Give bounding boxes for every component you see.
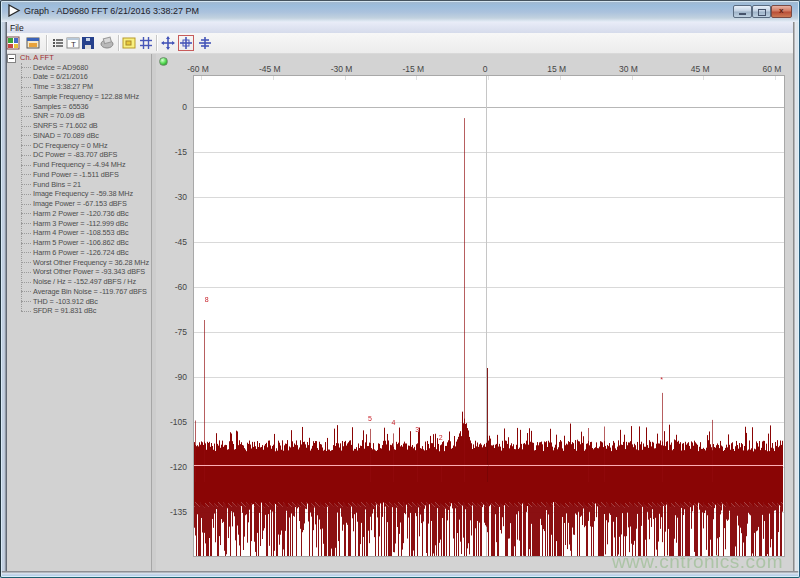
maximize-icon [758, 9, 766, 16]
window-frame-left [0, 22, 7, 571]
pan-zoom-icon[interactable] [179, 36, 193, 50]
tree-item[interactable]: DC Power = -83.707 dBFS [33, 150, 117, 159]
axes-icon[interactable] [198, 36, 212, 50]
y-tick-label: -105 [163, 417, 187, 427]
tree-connector [21, 262, 31, 263]
tree-connector [21, 194, 31, 195]
tree-item[interactable]: Samples = 65536 [33, 102, 89, 111]
status-led-icon [159, 57, 168, 66]
tree-item[interactable]: SNRFS = 71.602 dB [33, 121, 98, 130]
palette-icon[interactable] [122, 36, 136, 50]
tree-item[interactable]: SNR = 70.09 dB [33, 111, 85, 120]
minimize-icon [739, 13, 746, 15]
x-tick-label: -30 M [331, 64, 353, 74]
pan-icon[interactable] [161, 36, 175, 50]
tree-connector [21, 106, 31, 107]
tree-item[interactable]: Fund Frequency = -4.94 MHz [33, 160, 126, 169]
new-graph-icon[interactable] [6, 36, 20, 50]
tree-item[interactable]: Worst Other Frequency = 36.28 MHz [33, 258, 149, 267]
tree-root-expander[interactable] [7, 54, 16, 63]
tree-item[interactable]: Harm 5 Power = -106.862 dBc [33, 238, 129, 247]
text-window-icon[interactable]: T [66, 36, 80, 50]
marker-3: 3 [415, 425, 419, 432]
tree-item[interactable]: Image Power = -67.153 dBFS [33, 199, 127, 208]
minimize-button[interactable] [733, 5, 752, 18]
tree-item[interactable]: THD = -103.912 dBc [33, 297, 98, 306]
x-tick-label: -60 M [187, 64, 209, 74]
main-area: Ch. A FFTDevice = AD9680Date = 6/21/2016… [7, 54, 793, 571]
marker-4: 4 [392, 419, 396, 426]
y-tick-label: -45 [163, 237, 187, 247]
toolbar-separator [118, 35, 120, 51]
tree-connector [21, 233, 31, 234]
tree-root-label[interactable]: Ch. A FFT [20, 53, 54, 62]
tree-item[interactable]: Fund Power = -1.511 dBFS [33, 170, 119, 179]
tree-connector [21, 87, 31, 88]
tree-item[interactable]: Sample Frequency = 122.88 MHz [33, 92, 139, 101]
x-tick-label: 60 M [763, 64, 782, 74]
y-tick-label: -30 [163, 192, 187, 202]
tree-item[interactable]: Noise / Hz = -152.497 dBFS / Hz [33, 277, 136, 286]
maximize-button[interactable] [752, 5, 771, 18]
tree-connector [21, 213, 31, 214]
toolbar-separator [46, 35, 48, 51]
marker-5: 5 [368, 415, 372, 422]
tree-item[interactable]: Image Frequency = -59.38 MHz [33, 189, 133, 198]
title-bar: Graph - AD9680 FFT 6/21/2016 3:38:27 PM … [0, 0, 800, 23]
y-tick-label: 0 [163, 102, 187, 112]
tree-item[interactable]: DC Frequency = 0 MHz [33, 141, 107, 150]
tree-item[interactable]: Worst Other Power = -93.343 dBFS [33, 267, 145, 276]
list-icon[interactable] [51, 36, 65, 50]
x-tick-label: 15 M [547, 64, 566, 74]
y-tick-label: -15 [163, 147, 187, 157]
tree-item[interactable]: Fund Bins = 21 [33, 180, 81, 189]
y-tick-label: -75 [163, 327, 187, 337]
tree-connector [21, 311, 31, 312]
y-tick-label: -60 [163, 282, 187, 292]
tree-item[interactable]: Average Bin Noise = -119.767 dBFS [33, 287, 147, 296]
tree-item[interactable]: Time = 3:38:27 PM [33, 82, 93, 91]
tree-connector [21, 223, 31, 224]
y-tick-label: -120 [163, 462, 187, 472]
marker-2: 2 [439, 434, 443, 441]
tree-connector [21, 174, 31, 175]
tree-connector [21, 301, 31, 302]
print-icon[interactable] [100, 36, 114, 50]
tree-connector [21, 165, 31, 166]
tree-item[interactable]: Harm 4 Power = -108.553 dBc [33, 228, 129, 237]
chart-region: -60 M-45 M-30 M-15 M015 M30 M45 M60 M 0-… [156, 54, 793, 571]
close-button[interactable]: x [771, 5, 792, 18]
close-icon: x [779, 6, 783, 15]
tree-connector [21, 204, 31, 205]
toolbar-separator [156, 35, 158, 51]
tree-item[interactable]: Harm 2 Power = -120.736 dBc [33, 209, 129, 218]
tree-panel: Ch. A FFTDevice = AD9680Date = 6/21/2016… [7, 54, 152, 571]
tree-item[interactable]: Date = 6/21/2016 [33, 72, 88, 81]
tree-connector [21, 77, 31, 78]
tree-item[interactable]: Harm 6 Power = -126.724 dBc [33, 248, 129, 257]
y-tick-label: -135 [163, 507, 187, 517]
tree-connector [21, 135, 31, 136]
tree-item[interactable]: Harm 3 Power = -112.999 dBc [33, 219, 128, 228]
tree-connector [21, 252, 31, 253]
graph-window: Graph - AD9680 FFT 6/21/2016 3:38:27 PM … [0, 0, 800, 578]
tree-connector [21, 282, 31, 283]
menu-file[interactable]: File [10, 23, 24, 33]
y-tick-label: -90 [163, 372, 187, 382]
tree-connector [21, 243, 31, 244]
watermark: www.cntronics.com [612, 551, 783, 573]
tree-connector [21, 67, 31, 68]
tree-item[interactable]: Device = AD9680 [33, 63, 88, 72]
window-icon[interactable] [26, 36, 40, 50]
x-tick-label: 30 M [619, 64, 638, 74]
x-tick-label: -45 M [259, 64, 281, 74]
tree-item[interactable]: SINAD = 70.089 dBc [33, 131, 99, 140]
tree-connector [21, 96, 31, 97]
tree-item[interactable]: SFDR = 91.831 dBc [33, 306, 96, 315]
grid-icon[interactable] [139, 36, 153, 50]
tree-connector [21, 291, 31, 292]
marker-*: * [660, 376, 663, 383]
save-icon[interactable] [81, 36, 95, 50]
svg-text:T: T [71, 40, 76, 49]
window-title: Graph - AD9680 FFT 6/21/2016 3:38:27 PM [24, 6, 199, 16]
